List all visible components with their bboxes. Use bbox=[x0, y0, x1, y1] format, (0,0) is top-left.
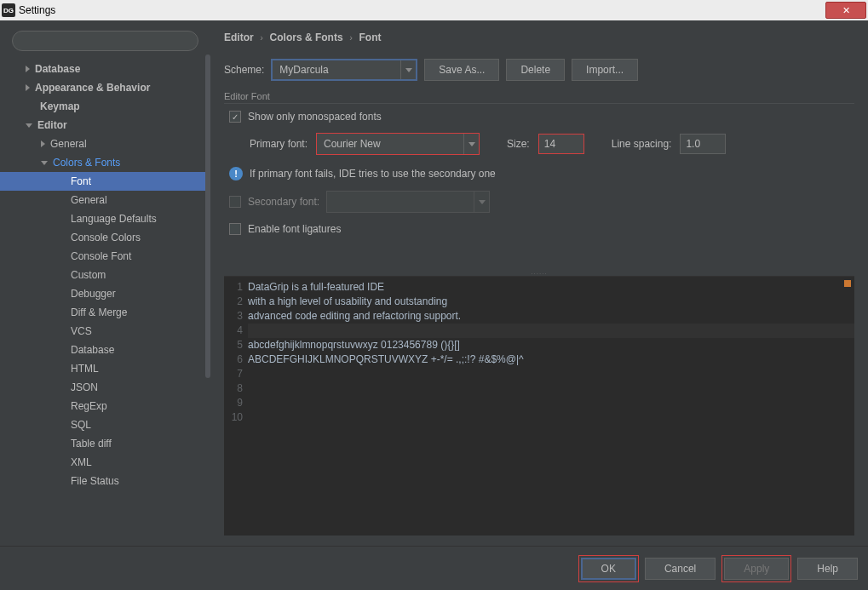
code-line bbox=[248, 367, 854, 381]
delete-button[interactable]: Delete bbox=[506, 59, 565, 81]
tree-item[interactable]: Table diff bbox=[0, 434, 210, 453]
tree-item[interactable]: HTML bbox=[0, 359, 210, 378]
show-monospaced-label: Show only monospaced fonts bbox=[248, 111, 382, 123]
code-line: DataGrip is a full-featured IDE bbox=[248, 280, 854, 295]
line-number: 5 bbox=[224, 338, 243, 352]
titlebar: DG Settings ✕ bbox=[0, 0, 868, 20]
tree-item[interactable]: XML bbox=[0, 453, 210, 472]
tree-item[interactable]: Appearance & Behavior bbox=[0, 78, 210, 97]
primary-font-combo[interactable]: Courier New bbox=[316, 133, 480, 155]
tree-item[interactable]: Diff & Merge bbox=[0, 303, 210, 322]
tree-item[interactable]: VCS bbox=[0, 322, 210, 341]
breadcrumb-sep: › bbox=[260, 32, 263, 43]
line-number: 10 bbox=[224, 410, 243, 425]
tree-item-label: XML bbox=[71, 456, 92, 468]
show-monospaced-checkbox[interactable] bbox=[229, 111, 241, 123]
preview-gutter: 12345678910 bbox=[224, 277, 248, 536]
save-as-button[interactable]: Save As... bbox=[424, 59, 499, 81]
editor-font-group-label: Editor Font bbox=[224, 91, 854, 104]
tree-item[interactable]: Debugger bbox=[0, 284, 210, 303]
line-number: 6 bbox=[224, 352, 243, 367]
line-number: 4 bbox=[224, 324, 243, 338]
chevron-down-icon bbox=[463, 134, 479, 154]
line-number: 7 bbox=[224, 367, 243, 381]
tree-item[interactable]: SQL bbox=[0, 415, 210, 434]
line-number: 9 bbox=[224, 396, 243, 410]
tree-item-label: JSON bbox=[71, 381, 98, 393]
dialog-footer: OK Cancel Apply Help bbox=[0, 546, 868, 590]
code-line: advanced code editing and refactoring su… bbox=[248, 309, 854, 324]
window-title: Settings bbox=[19, 4, 55, 16]
primary-font-label: Primary font: bbox=[250, 138, 308, 150]
breadcrumb-part: Editor bbox=[224, 32, 254, 43]
ok-button[interactable]: OK bbox=[581, 558, 636, 580]
scheme-value: MyDarcula bbox=[279, 64, 328, 76]
tree-item-label: VCS bbox=[71, 325, 92, 337]
apply-button[interactable]: Apply bbox=[724, 558, 789, 580]
import-button[interactable]: Import... bbox=[572, 59, 638, 81]
size-input[interactable] bbox=[538, 134, 584, 154]
tree-item-label: Keymap bbox=[40, 100, 80, 112]
code-line: ABCDEFGHIJKLMNOPQRSTUVWXYZ +-*/= .,;:!? … bbox=[248, 352, 854, 367]
chevron-down-icon bbox=[400, 60, 416, 79]
code-line: with a high level of usability and outst… bbox=[248, 295, 854, 309]
app-icon: DG bbox=[2, 3, 15, 17]
tree-item-label: SQL bbox=[71, 419, 91, 431]
tree-item-label: General bbox=[50, 138, 87, 150]
help-button[interactable]: Help bbox=[797, 558, 858, 580]
tree-item[interactable]: General bbox=[0, 135, 210, 153]
tree-item-label: Diff & Merge bbox=[71, 306, 127, 318]
search-input[interactable] bbox=[12, 31, 198, 51]
tree-item-label: Console Colors bbox=[71, 232, 141, 243]
tree-item-label: RegExp bbox=[71, 400, 107, 412]
line-number: 8 bbox=[224, 381, 243, 396]
code-line: abcdefghijklmnopqrstuvwxyz 0123456789 ()… bbox=[248, 338, 854, 352]
secondary-font-combo[interactable] bbox=[326, 191, 490, 213]
primary-font-value: Courier New bbox=[324, 138, 381, 150]
tree-item[interactable]: JSON bbox=[0, 378, 210, 397]
tree-item[interactable]: Editor bbox=[0, 116, 210, 135]
info-text: If primary font fails, IDE tries to use … bbox=[250, 168, 496, 180]
tree-item[interactable]: File Status bbox=[0, 472, 210, 490]
tree-item[interactable]: Custom bbox=[0, 266, 210, 284]
preview-marker-icon bbox=[844, 280, 851, 287]
tree-item[interactable]: Console Font bbox=[0, 247, 210, 266]
secondary-font-checkbox[interactable] bbox=[229, 196, 241, 208]
line-spacing-input[interactable] bbox=[680, 134, 726, 154]
tree-item-label: Language Defaults bbox=[71, 213, 157, 225]
tree-item[interactable]: Database bbox=[0, 341, 210, 359]
close-button[interactable]: ✕ bbox=[825, 2, 866, 19]
chevron-down-icon bbox=[26, 123, 32, 128]
tree-item-label: Console Font bbox=[71, 250, 131, 262]
tree-item-label: Colors & Fonts bbox=[53, 157, 120, 169]
tree-item-label: Database bbox=[71, 344, 114, 356]
info-icon: ! bbox=[229, 167, 243, 180]
tree-item[interactable]: RegExp bbox=[0, 397, 210, 415]
tree-item[interactable]: Language Defaults bbox=[0, 209, 210, 228]
tree-item[interactable]: Keymap bbox=[0, 97, 210, 116]
tree-item-label: Custom bbox=[71, 269, 106, 281]
font-preview[interactable]: 12345678910 DataGrip is a full-featured … bbox=[224, 276, 854, 536]
cancel-button[interactable]: Cancel bbox=[645, 558, 716, 580]
tree-item[interactable]: Colors & Fonts bbox=[0, 153, 210, 172]
breadcrumb: Editor › Colors & Fonts › Font bbox=[224, 31, 854, 43]
code-line bbox=[248, 410, 854, 425]
code-line bbox=[248, 324, 854, 338]
tree-item[interactable]: Font bbox=[0, 172, 210, 191]
tree-item[interactable]: Console Colors bbox=[0, 228, 210, 247]
scheme-combo[interactable]: MyDarcula bbox=[271, 59, 417, 81]
tree-item[interactable]: General bbox=[0, 191, 210, 209]
ligatures-label: Enable font ligatures bbox=[248, 223, 341, 235]
settings-tree: DatabaseAppearance & BehaviorKeymapEdito… bbox=[0, 60, 210, 490]
tree-item-label: Database bbox=[35, 63, 80, 75]
line-number: 1 bbox=[224, 280, 243, 295]
tree-item-label: Editor bbox=[37, 119, 67, 131]
ligatures-checkbox[interactable] bbox=[229, 223, 241, 235]
tree-item[interactable]: Database bbox=[0, 60, 210, 78]
code-line bbox=[248, 396, 854, 410]
secondary-font-label: Secondary font: bbox=[248, 196, 319, 208]
tree-item-label: Appearance & Behavior bbox=[35, 82, 150, 94]
chevron-right-icon bbox=[26, 84, 30, 91]
chevron-right-icon bbox=[41, 140, 45, 147]
preview-code[interactable]: DataGrip is a full-featured IDEwith a hi… bbox=[248, 277, 854, 536]
